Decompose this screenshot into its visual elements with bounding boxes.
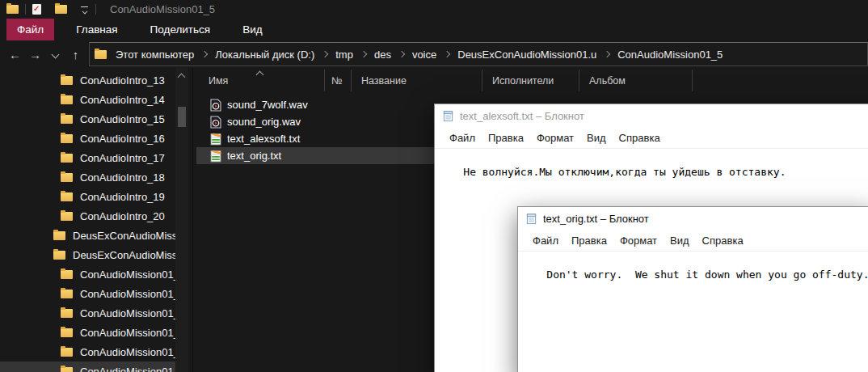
breadcrumb-item[interactable]: DeusExConAudioMission01.u bbox=[452, 49, 602, 61]
menu-item[interactable]: Правка bbox=[482, 132, 530, 144]
pane-divider[interactable] bbox=[192, 68, 193, 372]
column-header[interactable]: Имя bbox=[196, 70, 325, 91]
notepad-text-area[interactable]: Не волнуйся.Мы отключим,когда ты уйдешь … bbox=[435, 149, 868, 195]
breadcrumb-item[interactable]: Этот компьютер bbox=[110, 49, 200, 61]
menu-item[interactable]: Справка bbox=[696, 235, 750, 247]
tree-item[interactable]: ConAudioIntro_14 bbox=[0, 90, 175, 109]
folder-icon bbox=[61, 95, 73, 104]
menu-item[interactable]: Формат bbox=[530, 132, 580, 144]
tree-item-label: DeusExConAudioMission0 bbox=[73, 230, 175, 242]
chevron-right-icon[interactable] bbox=[201, 51, 208, 57]
window-title: ConAudioMission01_5 bbox=[110, 3, 215, 15]
tree-item[interactable]: ConAudioIntro_18 bbox=[0, 167, 175, 187]
qat-customize-dropdown-icon[interactable] bbox=[81, 6, 89, 14]
breadcrumb-segment: ConAudioMission01_5 bbox=[612, 49, 728, 61]
explorer-titlebar[interactable]: ConAudioMission01_5 bbox=[0, 0, 868, 19]
window-title: text_orig.txt – Блокнот bbox=[543, 213, 649, 225]
recent-locations-dropdown[interactable] bbox=[45, 44, 65, 65]
chevron-right-icon[interactable] bbox=[604, 51, 610, 57]
tree-item[interactable]: ConAudioIntro_15 bbox=[0, 109, 175, 129]
tree-item[interactable]: ConAudioIntro_17 bbox=[0, 148, 175, 167]
column-header[interactable]: Альбом bbox=[579, 70, 693, 91]
tree-item[interactable]: ConAudioMission01_1 bbox=[0, 284, 175, 303]
column-header-label: Название bbox=[361, 75, 407, 87]
folder-tree: ConAudioIntro_13 ConAudioIntro_14 ConAud… bbox=[0, 70, 175, 372]
tree-item[interactable]: ConAudioIntro_16 bbox=[0, 129, 175, 148]
chevron-right-icon[interactable] bbox=[360, 51, 367, 57]
menu-item[interactable]: Файл bbox=[526, 235, 565, 247]
notepad-titlebar[interactable]: text_alexsoft.txt – Блокнот bbox=[435, 104, 868, 128]
tree-item[interactable]: ConAudioIntro_13 bbox=[0, 70, 175, 90]
forward-button[interactable]: → bbox=[25, 44, 45, 65]
ribbon-tab[interactable]: Вид bbox=[232, 19, 272, 40]
tree-item[interactable]: ConAudioMission01_5 bbox=[0, 361, 175, 372]
tree-item[interactable]: ConAudioIntro_19 bbox=[0, 187, 175, 206]
folder-icon bbox=[61, 212, 73, 221]
folder-icon bbox=[61, 270, 73, 279]
notepad-text: Don't worry. We shut it down when you go… bbox=[546, 268, 868, 281]
tree-item[interactable]: DeusExConAudioMission0 bbox=[0, 245, 175, 264]
menu-item[interactable]: Файл bbox=[443, 132, 482, 144]
breadcrumb-item[interactable]: tmp bbox=[330, 49, 359, 61]
menu-item[interactable]: Правка bbox=[565, 235, 613, 247]
tree-item-label: ConAudioIntro_14 bbox=[80, 94, 165, 106]
sort-ascending-icon bbox=[255, 71, 263, 79]
breadcrumb-segment: tmp bbox=[330, 49, 369, 61]
back-button[interactable]: ← bbox=[5, 44, 25, 65]
audio-file-icon bbox=[210, 99, 221, 112]
breadcrumb-item[interactable]: Локальный диск (D:) bbox=[209, 49, 320, 61]
chevron-right-icon[interactable] bbox=[322, 51, 328, 57]
folder-icon bbox=[61, 192, 73, 201]
folder-icon bbox=[61, 134, 73, 143]
sidebar-scrollbar[interactable] bbox=[175, 68, 188, 372]
column-header[interactable]: № bbox=[325, 70, 352, 91]
folder-icon bbox=[53, 231, 65, 240]
ribbon-tab[interactable]: Главная bbox=[65, 19, 128, 40]
up-button[interactable]: ↑ bbox=[65, 44, 86, 65]
column-header[interactable]: Название bbox=[352, 70, 482, 91]
folder-icon[interactable] bbox=[55, 5, 67, 14]
folder-icon bbox=[61, 173, 73, 182]
menu-item[interactable]: Справка bbox=[613, 132, 667, 144]
breadcrumb-item[interactable]: ConAudioMission01_5 bbox=[612, 49, 728, 61]
tree-item-label: ConAudioIntro_18 bbox=[80, 171, 165, 184]
menu-item[interactable]: Формат bbox=[613, 235, 664, 247]
ribbon-tab[interactable]: Файл bbox=[6, 19, 54, 40]
chevron-right-icon[interactable] bbox=[398, 51, 405, 57]
notepad-menubar: ФайлПравкаФорматВидСправка bbox=[518, 230, 868, 252]
folder-icon[interactable] bbox=[6, 5, 19, 14]
folder-icon bbox=[53, 251, 65, 260]
tree-item[interactable]: ConAudioMission01_0 bbox=[0, 264, 175, 284]
tree-item[interactable]: ConAudioMission01_3 bbox=[0, 323, 175, 342]
scroll-up-icon[interactable] bbox=[178, 74, 186, 82]
folder-icon bbox=[61, 154, 73, 163]
file-name: text_orig.txt bbox=[227, 150, 281, 162]
tree-item[interactable]: DeusExConAudioMission0 bbox=[0, 226, 175, 245]
audio-file-icon bbox=[210, 116, 221, 129]
tree-item[interactable]: ConAudioMission01_2 bbox=[0, 303, 175, 323]
menu-item[interactable]: Вид bbox=[580, 132, 613, 144]
chevron-right-icon[interactable] bbox=[444, 51, 450, 57]
folder-icon bbox=[61, 348, 73, 357]
properties-check-icon[interactable] bbox=[32, 4, 41, 15]
breadcrumb-segment: DeusExConAudioMission01.u bbox=[452, 49, 612, 61]
chevron-down-icon bbox=[52, 50, 60, 58]
breadcrumb-segment: voice bbox=[407, 49, 452, 61]
folder-icon bbox=[61, 115, 73, 124]
tree-item[interactable]: ConAudioIntro_20 bbox=[0, 206, 175, 226]
menu-item[interactable]: Вид bbox=[664, 235, 696, 247]
tree-item[interactable]: ConAudioMission01_4 bbox=[0, 342, 175, 361]
ribbon-tab[interactable]: Поделиться bbox=[140, 19, 221, 40]
breadcrumb-segment: Локальный диск (D:) bbox=[209, 49, 330, 61]
folder-icon bbox=[61, 328, 73, 337]
scrollbar-thumb[interactable] bbox=[178, 107, 186, 127]
breadcrumb-segment: des bbox=[369, 49, 407, 61]
notepad-titlebar[interactable]: text_orig.txt – Блокнот bbox=[518, 207, 868, 230]
tree-item-label: ConAudioMission01_4 bbox=[80, 346, 175, 358]
notepad-text-area[interactable]: Don't worry. We shut it down when you go… bbox=[518, 252, 868, 298]
address-field[interactable]: Этот компьютер Локальный диск (D:) tmp bbox=[89, 42, 868, 66]
column-header[interactable]: Исполнители bbox=[482, 70, 579, 91]
notepad-icon bbox=[525, 213, 537, 225]
breadcrumb-item[interactable]: des bbox=[369, 49, 397, 61]
breadcrumb-item[interactable]: voice bbox=[407, 49, 442, 61]
